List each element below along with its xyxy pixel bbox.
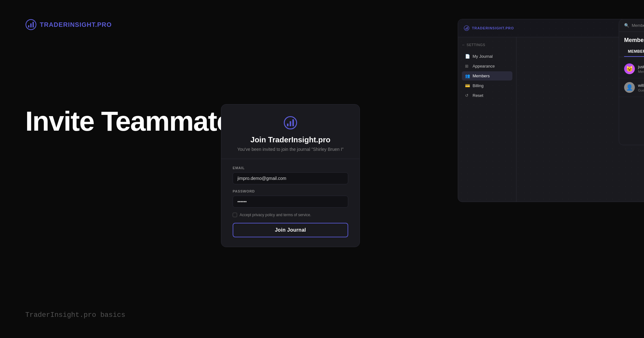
svg-rect-9 bbox=[287, 123, 289, 126]
settings-item-reset[interactable]: ↺ Reset bbox=[462, 91, 512, 100]
settings-sidebar: ← SETTINGS 📄 My Journal ⊞ Appearance 👥 M… bbox=[458, 37, 516, 202]
members-search-placeholder: Members bbox=[632, 23, 644, 28]
member-email-0: justice.kutch74@gmail.com bbox=[638, 64, 644, 69]
members-title: Members bbox=[624, 37, 644, 44]
settings-body: ← SETTINGS 📄 My Journal ⊞ Appearance 👥 M… bbox=[458, 37, 644, 202]
logo-icon bbox=[25, 19, 37, 30]
join-card-title: Join TraderInsight.pro bbox=[233, 135, 348, 144]
settings-item-appearance[interactable]: ⊞ Appearance bbox=[462, 62, 512, 71]
settings-item-myjournal[interactable]: 📄 My Journal bbox=[462, 52, 512, 61]
email-input[interactable] bbox=[233, 172, 348, 184]
member-info-0: justice.kutch74@gmail.com Member since 2… bbox=[638, 64, 644, 74]
join-card-subtitle: You've been invited to join the journal … bbox=[233, 147, 348, 152]
settings-logo-text: TRADERINSIGHT.PRO bbox=[472, 26, 514, 30]
settings-panel-header: TRADERINSIGHT.PRO 👤 bbox=[458, 19, 644, 37]
svg-rect-3 bbox=[33, 22, 34, 27]
reset-icon: ↺ bbox=[465, 93, 470, 98]
members-icon: 👥 bbox=[465, 74, 470, 78]
settings-panel-bg: TRADERINSIGHT.PRO 👤 ← SETTINGS 📄 My Jour… bbox=[458, 19, 644, 202]
privacy-checkbox[interactable] bbox=[233, 213, 237, 217]
join-divider bbox=[221, 159, 360, 159]
member-row-1: 👤 willa_krajcik61@yahoo.com Guest since … bbox=[619, 78, 644, 97]
settings-item-myjournal-label: My Journal bbox=[473, 54, 493, 59]
join-logo-icon bbox=[283, 116, 297, 130]
members-search-bar[interactable]: 🔍 Members bbox=[619, 19, 644, 32]
password-input[interactable] bbox=[233, 196, 348, 208]
settings-item-appearance-label: Appearance bbox=[473, 64, 495, 68]
billing-icon: 💳 bbox=[465, 83, 470, 88]
page-headline: Invite Teammates bbox=[25, 107, 246, 135]
search-icon: 🔍 bbox=[624, 23, 629, 28]
tab-members[interactable]: MEMBERS bbox=[624, 47, 644, 57]
svg-rect-1 bbox=[28, 25, 29, 27]
member-avatar-0: 😺 bbox=[624, 63, 635, 74]
settings-item-billing-label: Billing bbox=[473, 83, 484, 88]
member-info-1: willa_krajcik61@yahoo.com Guest since 2/… bbox=[638, 83, 644, 92]
svg-rect-10 bbox=[290, 121, 291, 126]
member-avatar-1: 👤 bbox=[624, 82, 635, 93]
email-label: EMAIL bbox=[233, 166, 348, 170]
settings-item-members[interactable]: 👥 Members bbox=[462, 71, 512, 80]
member-since-0: Member since 2/24/25 bbox=[638, 70, 644, 74]
svg-rect-5 bbox=[465, 28, 466, 30]
svg-rect-6 bbox=[466, 27, 467, 30]
settings-item-members-label: Members bbox=[473, 74, 490, 78]
myjournal-icon: 📄 bbox=[465, 54, 470, 59]
appearance-icon: ⊞ bbox=[465, 64, 470, 68]
svg-rect-11 bbox=[292, 119, 294, 126]
join-card: Join TraderInsight.pro You've been invit… bbox=[221, 104, 360, 247]
members-panel: 🔍 Members Members MEMBERS INVITES 😺 just… bbox=[619, 19, 644, 145]
page-footer-label: TraderInsight.pro basics bbox=[25, 311, 125, 319]
svg-rect-7 bbox=[468, 27, 468, 30]
settings-item-billing[interactable]: 💳 Billing bbox=[462, 81, 512, 90]
member-email-1: willa_krajcik61@yahoo.com bbox=[638, 83, 644, 88]
join-journal-button[interactable]: Join Journal bbox=[233, 223, 348, 237]
logo-text: TRADERINSIGHT.PRO bbox=[40, 21, 112, 28]
members-title-section: Members MEMBERS INVITES bbox=[619, 32, 644, 60]
members-tabs: MEMBERS INVITES bbox=[619, 47, 644, 57]
main-logo: TRADERINSIGHT.PRO bbox=[25, 19, 112, 30]
privacy-checkbox-row: Accept privacy policy and terms of servi… bbox=[233, 213, 348, 217]
settings-logo-icon bbox=[464, 25, 469, 31]
member-row-0: 😺 justice.kutch74@gmail.com Member since… bbox=[619, 60, 644, 78]
settings-back-label[interactable]: ← SETTINGS bbox=[462, 43, 512, 47]
join-card-logo bbox=[233, 116, 348, 130]
member-since-1: Guest since 2/24/25 bbox=[638, 88, 644, 92]
settings-item-reset-label: Reset bbox=[473, 93, 483, 98]
svg-rect-2 bbox=[30, 23, 32, 27]
settings-logo: TRADERINSIGHT.PRO bbox=[464, 25, 514, 31]
privacy-label: Accept privacy policy and terms of servi… bbox=[240, 213, 311, 217]
password-label: PASSWORD bbox=[233, 189, 348, 193]
